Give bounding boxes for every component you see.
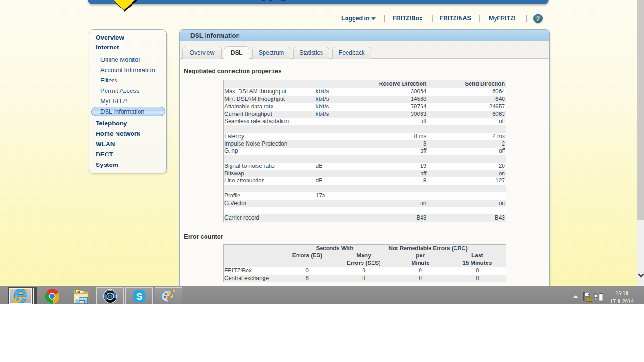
svg-text:S: S (136, 291, 142, 302)
